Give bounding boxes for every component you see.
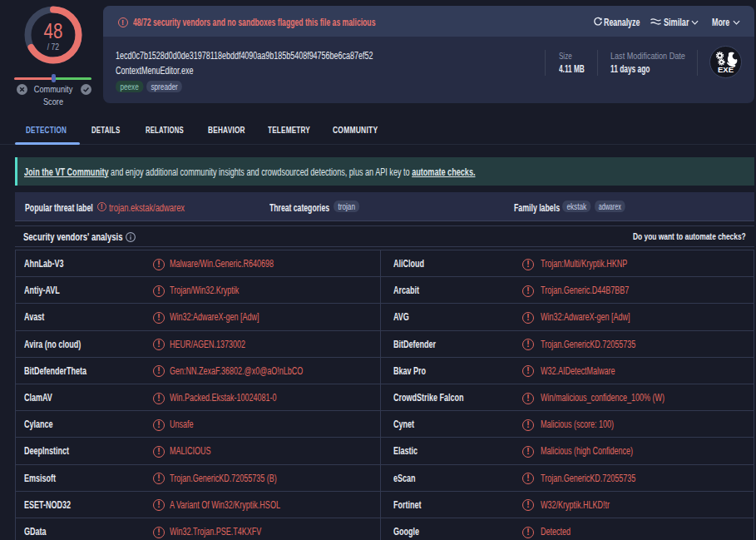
svg-text:EXE: EXE xyxy=(718,64,734,73)
